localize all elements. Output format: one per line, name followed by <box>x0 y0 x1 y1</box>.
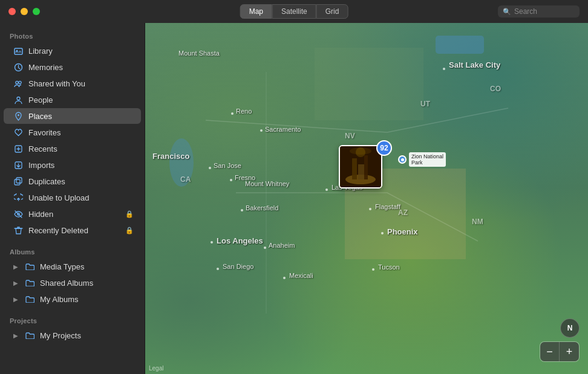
svg-rect-0 <box>15 48 22 54</box>
memories-icon <box>13 62 23 72</box>
shared-albums-folder-icon <box>25 278 34 288</box>
search-bar[interactable]: 🔍 <box>498 5 580 18</box>
media-types-expand-icon: ▶ <box>13 263 18 270</box>
sidebar-item-library-label: Library <box>28 47 53 56</box>
places-icon <box>13 111 23 121</box>
my-projects-folder-icon <box>25 330 34 340</box>
my-albums-expand-icon: ▶ <box>13 296 18 303</box>
close-button[interactable] <box>8 8 16 15</box>
zion-park-pin[interactable]: Zion NationalPark <box>398 152 446 167</box>
sidebar-item-people-label: People <box>28 95 53 105</box>
svg-point-4 <box>18 81 21 83</box>
reno-dot <box>231 112 234 115</box>
cluster-thumbnail <box>339 145 382 189</box>
svg-rect-10 <box>15 179 20 185</box>
sidebar-item-unable-to-upload-label: Unable to Upload <box>28 193 89 202</box>
sidebar-item-favorites[interactable]: Favorites <box>4 124 141 140</box>
san-diego-dot <box>217 268 219 270</box>
sidebar-item-shared-with-you-label: Shared with You <box>28 79 85 88</box>
map-view-button[interactable]: Map <box>240 4 272 19</box>
search-input[interactable] <box>514 7 575 16</box>
sidebar-item-places-label: Places <box>28 112 52 121</box>
sidebar-item-people[interactable]: People <box>4 92 141 108</box>
fresno-dot <box>230 179 232 181</box>
grid-view-button[interactable]: Grid <box>316 4 348 19</box>
zoom-out-button[interactable]: − <box>540 342 560 361</box>
mexicali-dot <box>283 277 286 279</box>
hidden-lock-icon: 🔒 <box>125 210 134 218</box>
zoom-in-button[interactable]: + <box>560 342 579 361</box>
sidebar-item-places[interactable]: Places <box>4 108 141 124</box>
sidebar-item-recently-deleted[interactable]: Recently Deleted 🔒 <box>4 222 141 238</box>
svg-point-3 <box>15 81 18 83</box>
sidebar-item-library[interactable]: Library <box>4 43 141 59</box>
zion-park-dot-inner <box>401 158 404 161</box>
unable-to-upload-icon <box>13 193 23 202</box>
phoenix-dot <box>381 232 384 234</box>
recently-deleted-lock-icon: 🔒 <box>125 227 134 234</box>
maximize-button[interactable] <box>33 8 40 15</box>
search-icon: 🔍 <box>503 8 511 16</box>
legal-text: Legal <box>149 365 163 372</box>
sidebar-item-my-projects[interactable]: ▶ My Projects <box>4 327 141 343</box>
cluster-pin[interactable]: 92 <box>339 145 387 193</box>
salt-lake-city-dot <box>443 68 445 70</box>
albums-section-label: Albums <box>0 239 145 258</box>
anaheim-dot <box>264 247 266 249</box>
sidebar-item-unable-to-upload[interactable]: Unable to Upload <box>4 190 141 205</box>
svg-rect-18 <box>352 158 357 179</box>
flagstaff-dot <box>369 208 371 210</box>
svg-rect-20 <box>358 164 364 179</box>
svg-rect-9 <box>16 178 22 183</box>
my-albums-folder-icon <box>25 294 34 304</box>
zion-park-dot <box>398 155 407 164</box>
map-area[interactable]: Salt Lake City Reno Sacramento Francisco… <box>145 0 588 374</box>
cluster-thumbnail-inner <box>340 146 381 187</box>
sacramento-dot <box>260 129 263 132</box>
sidebar-item-my-albums[interactable]: ▶ My Albums <box>4 291 141 307</box>
sidebar-item-hidden-label: Hidden <box>28 210 53 219</box>
media-types-folder-icon <box>25 262 34 271</box>
svg-rect-14 <box>315 48 423 120</box>
recently-deleted-icon <box>13 225 23 235</box>
zion-park-label: Zion NationalPark <box>409 152 446 167</box>
svg-point-22 <box>350 147 371 155</box>
svg-point-6 <box>18 114 19 116</box>
sidebar-item-recents[interactable]: Recents <box>4 141 141 156</box>
cluster-count: 92 <box>380 144 388 152</box>
las-vegas-dot <box>325 189 328 191</box>
sidebar-item-media-types[interactable]: ▶ Media Types <box>4 259 141 274</box>
sidebar-item-memories[interactable]: Memories <box>4 59 141 75</box>
view-toggle: Map Satellite Grid <box>240 4 348 19</box>
compass-button[interactable]: N <box>560 318 580 338</box>
shared-with-you-icon <box>13 79 23 88</box>
sidebar-item-recents-label: Recents <box>28 144 57 153</box>
sidebar-item-imports-label: Imports <box>28 161 54 170</box>
projects-section-label: Projects <box>0 308 145 327</box>
san-jose-dot <box>209 167 211 169</box>
duplicates-icon <box>13 176 23 186</box>
map-zoom-controls: − + <box>540 341 580 362</box>
sidebar-item-my-projects-label: My Projects <box>40 331 81 340</box>
sidebar-item-shared-albums[interactable]: ▶ Shared Albums <box>4 275 141 291</box>
sidebar-item-favorites-label: Favorites <box>28 128 60 137</box>
svg-point-12 <box>169 138 194 187</box>
svg-rect-13 <box>436 36 484 54</box>
minimize-button[interactable] <box>21 8 28 15</box>
sidebar-item-duplicates-label: Duplicates <box>28 177 65 186</box>
sidebar-item-shared-with-you[interactable]: Shared with You <box>4 76 141 91</box>
recents-icon <box>13 144 23 153</box>
traffic-lights <box>0 8 40 15</box>
favorites-icon <box>13 127 23 137</box>
svg-point-5 <box>17 97 20 100</box>
sidebar-item-my-albums-label: My Albums <box>40 295 79 304</box>
sidebar-item-duplicates[interactable]: Duplicates <box>4 173 141 189</box>
tucson-dot <box>372 268 374 271</box>
photos-section-label: Photos <box>0 23 145 42</box>
sidebar-item-imports[interactable]: Imports <box>4 157 141 173</box>
title-bar: Map Satellite Grid 🔍 <box>0 0 588 23</box>
sidebar-item-hidden[interactable]: Hidden 🔒 <box>4 206 141 222</box>
bakersfield-dot <box>241 209 243 211</box>
satellite-view-button[interactable]: Satellite <box>272 4 316 19</box>
los-angeles-dot <box>211 241 213 243</box>
